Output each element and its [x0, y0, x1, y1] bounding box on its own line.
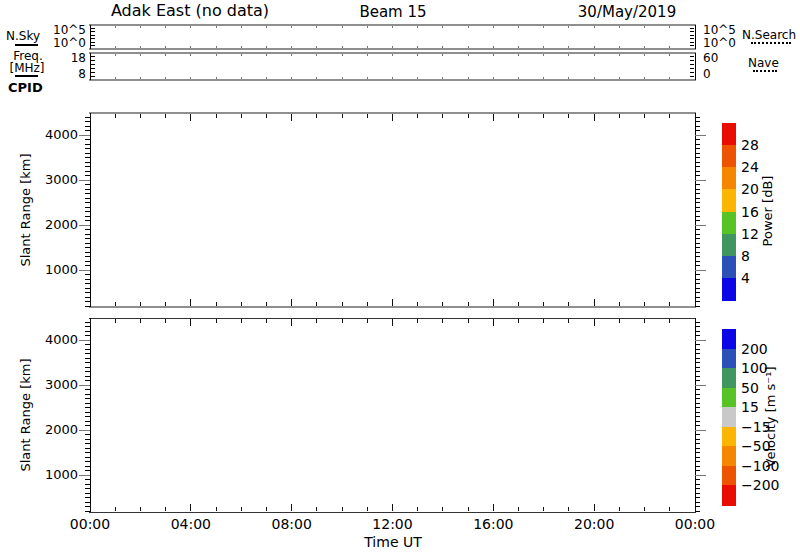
nsky-line-sample	[15, 44, 38, 46]
x-minor-tick	[216, 77, 217, 79]
y-minor-tick	[695, 117, 700, 118]
y-minor-tick	[85, 511, 90, 512]
velocity-colorbar-segment	[722, 349, 736, 369]
y-minor-tick	[85, 261, 90, 262]
y-minor-tick	[695, 130, 700, 131]
y-minor-tick	[695, 479, 700, 480]
velocity-colorbar-tick-label: −50	[741, 439, 771, 454]
y-minor-tick	[85, 126, 90, 127]
y-minor-tick	[85, 479, 90, 480]
y-minor-tick	[91, 28, 95, 29]
y-minor-tick	[690, 60, 694, 61]
x-minor-tick	[115, 46, 116, 48]
y-minor-tick	[695, 412, 700, 413]
x-minor-tick	[619, 507, 620, 511]
x-minor-tick	[140, 77, 141, 79]
x-minor-tick	[367, 26, 368, 28]
x-minor-tick	[518, 319, 519, 323]
y-minor-tick	[695, 466, 700, 467]
x-minor-tick	[417, 77, 418, 79]
nsearch-line-sample	[751, 42, 791, 44]
x-minor-tick	[316, 114, 317, 118]
x-minor-tick	[568, 302, 569, 306]
x-minor-tick	[316, 54, 317, 56]
y-major-tick	[695, 225, 706, 226]
y-minor-tick	[690, 31, 694, 32]
y-minor-tick	[695, 353, 700, 354]
x-minor-tick	[266, 26, 267, 28]
velocity-colorbar-tick-label: 100	[741, 361, 768, 376]
x-minor-tick	[568, 77, 569, 79]
y-minor-tick	[85, 362, 90, 363]
y-minor-tick	[91, 68, 95, 69]
x-major-tick	[291, 504, 292, 511]
x-minor-tick	[568, 46, 569, 48]
x-minor-tick	[442, 77, 443, 79]
y-minor-tick	[85, 121, 90, 122]
y-minor-tick	[85, 202, 90, 203]
x-minor-tick	[468, 26, 469, 28]
power-colorbar-tick-label: 28	[741, 138, 759, 153]
y-minor-tick	[85, 371, 90, 372]
x-minor-tick	[190, 26, 191, 28]
y-minor-tick	[85, 184, 90, 185]
y-minor-tick	[695, 434, 700, 435]
y-minor-tick	[85, 502, 90, 503]
y-minor-tick	[85, 234, 90, 235]
y-minor-tick	[85, 292, 90, 293]
y-minor-tick	[695, 175, 700, 176]
y-minor-tick	[91, 31, 95, 32]
y-minor-tick	[695, 344, 700, 345]
x-major-tick	[594, 114, 595, 121]
velocity-colorbar-segment	[722, 368, 736, 388]
x-minor-tick	[367, 114, 368, 118]
y-major-tick	[79, 270, 90, 271]
station-title: Adak East (no data)	[85, 1, 295, 20]
y-minor-tick	[85, 148, 90, 149]
x-minor-tick	[493, 46, 494, 48]
y-minor-tick	[695, 470, 700, 471]
x-minor-tick	[241, 77, 242, 79]
x-minor-tick	[468, 507, 469, 511]
y-minor-tick	[695, 274, 700, 275]
power-colorbar-segment	[722, 189, 736, 212]
x-minor-tick	[619, 54, 620, 56]
x-minor-tick	[442, 302, 443, 306]
y-minor-tick	[85, 306, 90, 307]
x-minor-tick	[316, 26, 317, 28]
x-minor-tick	[115, 54, 116, 56]
y-minor-tick	[695, 416, 700, 417]
x-minor-tick	[669, 54, 670, 56]
y-minor-tick	[695, 207, 700, 208]
x-tick-label: 04:00	[159, 517, 223, 532]
power-colorbar-segment	[722, 123, 736, 146]
y-minor-tick	[695, 448, 700, 449]
x-minor-tick	[493, 77, 494, 79]
y-tick-label: 3000	[30, 378, 78, 392]
y-minor-tick	[695, 421, 700, 422]
x-minor-tick	[594, 77, 595, 79]
x-minor-tick	[468, 77, 469, 79]
y-minor-tick	[85, 335, 90, 336]
y-minor-tick	[690, 76, 694, 77]
x-major-tick	[594, 299, 595, 306]
y-minor-tick	[695, 211, 700, 212]
x-minor-tick	[594, 26, 595, 28]
y-tick-label: 4000	[30, 128, 78, 142]
x-tick-label: 20:00	[562, 517, 626, 532]
power-colorbar-tick-label: 16	[741, 205, 759, 220]
y-major-tick	[695, 385, 706, 386]
y-minor-tick	[85, 389, 90, 390]
x-minor-tick	[165, 319, 166, 323]
y-minor-tick	[695, 376, 700, 377]
y-minor-tick	[695, 367, 700, 368]
x-minor-tick	[669, 46, 670, 48]
x-minor-tick	[468, 46, 469, 48]
y-minor-tick	[690, 35, 694, 36]
panel-bottom-spine	[89, 48, 696, 50]
y-minor-tick	[85, 493, 90, 494]
x-minor-tick	[392, 46, 393, 48]
y-minor-tick	[85, 207, 90, 208]
x-minor-tick	[140, 507, 141, 511]
x-minor-tick	[669, 114, 670, 118]
